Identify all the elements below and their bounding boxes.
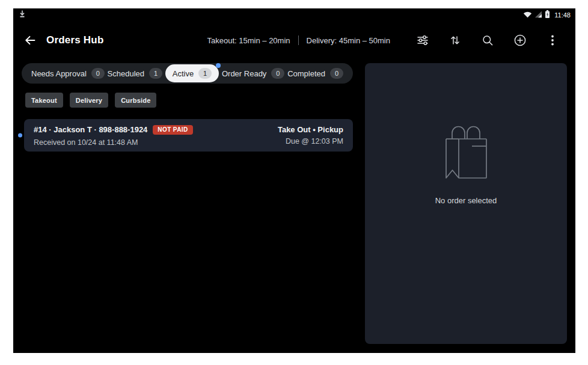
- app-bar: Orders Hub Takeout: 15min – 20min Delive…: [13, 25, 575, 55]
- cellular-signal-icon: [534, 10, 542, 20]
- tab-count-badge: 1: [198, 68, 212, 79]
- empty-state-message: No order selected: [435, 196, 497, 205]
- tab-label: Scheduled: [108, 69, 144, 78]
- shopping-bag-icon: [444, 126, 488, 183]
- filter-chip-curbside[interactable]: Curbside: [115, 93, 156, 108]
- order-type: Take Out • Pickup: [278, 125, 343, 134]
- tab-count-badge: 0: [271, 68, 284, 79]
- download-icon: [18, 10, 26, 20]
- filter-chip-takeout[interactable]: Takeout: [25, 93, 63, 108]
- not-paid-badge: NOT PAID: [153, 125, 192, 135]
- tab-completed[interactable]: Completed 0: [287, 63, 343, 84]
- status-time: 11:48: [554, 11, 571, 19]
- order-due-time: Due @ 12:03 PM: [278, 137, 343, 146]
- page-title: Orders Hub: [46, 34, 104, 46]
- tab-active[interactable]: Active 1: [165, 64, 219, 82]
- takeout-eta: Takeout: 15min – 20min: [207, 36, 290, 45]
- order-received-time: Received on 10/24 at 11:48 AM: [34, 138, 193, 147]
- order-type-filters: Takeout Delivery Curbside: [25, 93, 353, 108]
- app-bar-actions: [411, 28, 565, 52]
- tablet-screen: 11:48 Orders Hub Takeout: 15min – 20min …: [13, 8, 575, 353]
- prep-time-summary: Takeout: 15min – 20min Delivery: 45min –…: [207, 35, 390, 45]
- order-detail-panel: No order selected: [365, 63, 567, 344]
- orders-list-column: Needs Approval 0 Scheduled 1 Active 1 Or…: [22, 63, 353, 152]
- order-status-tab-bar: Needs Approval 0 Scheduled 1 Active 1 Or…: [22, 63, 353, 84]
- unread-order-dot: [18, 133, 22, 138]
- order-fulfillment: Take Out • Pickup Due @ 12:03 PM: [278, 125, 343, 146]
- tab-label: Completed: [287, 69, 325, 78]
- tab-label: Needs Approval: [31, 69, 87, 78]
- search-icon[interactable]: [476, 28, 500, 52]
- eta-divider: [298, 35, 299, 45]
- order-row[interactable]: #14 · Jackson T · 898-888-1924NOT PAID R…: [24, 119, 353, 152]
- filter-sliders-icon[interactable]: [411, 28, 435, 52]
- tab-label: Active: [173, 69, 194, 78]
- sort-icon[interactable]: [443, 28, 467, 52]
- filter-chip-delivery[interactable]: Delivery: [70, 93, 108, 108]
- delivery-eta: Delivery: 45min – 50min: [307, 36, 390, 45]
- status-bar: 11:48: [13, 8, 575, 20]
- tab-count-badge: 0: [330, 68, 343, 79]
- tab-needs-approval[interactable]: Needs Approval 0: [31, 63, 105, 84]
- battery-charging-icon: [545, 10, 550, 21]
- order-title: #14 · Jackson T · 898-888-1924: [34, 125, 147, 134]
- order-list: #14 · Jackson T · 898-888-1924NOT PAID R…: [22, 119, 353, 152]
- tab-count-badge: 1: [149, 68, 162, 79]
- notification-dot: [216, 63, 221, 68]
- main-content: Needs Approval 0 Scheduled 1 Active 1 Or…: [13, 63, 575, 344]
- wifi-icon: [523, 10, 532, 20]
- order-summary: #14 · Jackson T · 898-888-1924NOT PAID R…: [34, 124, 193, 147]
- tab-scheduled[interactable]: Scheduled 1: [108, 63, 162, 84]
- tab-count-badge: 0: [91, 68, 105, 79]
- tab-order-ready[interactable]: Order Ready 0: [222, 63, 284, 84]
- back-button[interactable]: [22, 32, 38, 49]
- tab-label: Order Ready: [222, 69, 266, 78]
- add-order-icon[interactable]: [508, 28, 532, 52]
- overflow-menu-icon[interactable]: [541, 28, 565, 52]
